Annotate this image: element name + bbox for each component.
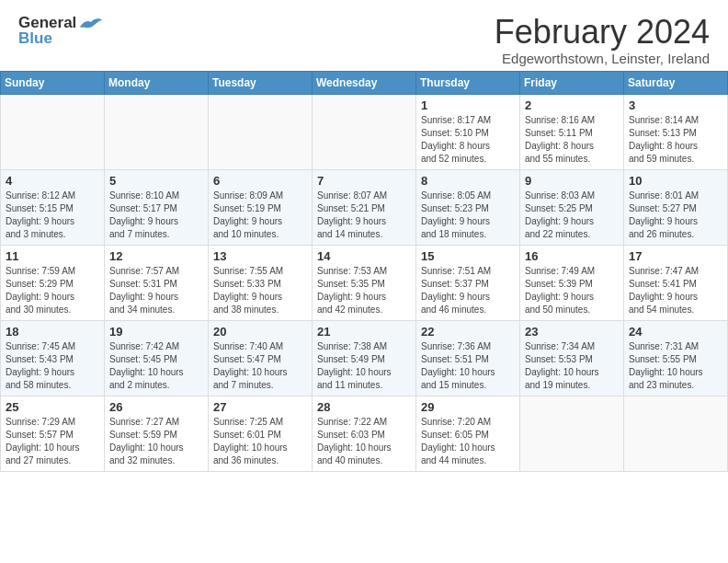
day-info: Sunrise: 7:45 AM Sunset: 5:43 PM Dayligh…: [6, 340, 99, 392]
day-info: Sunrise: 8:10 AM Sunset: 5:17 PM Dayligh…: [109, 190, 203, 241]
day-number: 21: [317, 325, 411, 339]
day-info: Sunrise: 7:20 AM Sunset: 6:05 PM Dayligh…: [421, 416, 515, 467]
day-number: 23: [525, 325, 619, 339]
calendar-day-cell: 16Sunrise: 7:49 AM Sunset: 5:39 PM Dayli…: [520, 245, 624, 320]
location-subtitle: Edgeworthstown, Leinster, Ireland: [495, 51, 710, 66]
day-number: 9: [525, 174, 619, 188]
day-number: 6: [213, 174, 307, 188]
day-number: 19: [109, 325, 203, 339]
calendar-day-cell: 1Sunrise: 8:17 AM Sunset: 5:10 PM Daylig…: [416, 94, 520, 169]
day-number: 25: [6, 400, 99, 414]
day-number: 13: [213, 249, 307, 263]
calendar-day-cell: [105, 94, 209, 169]
day-number: 18: [6, 325, 99, 339]
calendar-day-cell: [1, 94, 105, 169]
day-info: Sunrise: 7:51 AM Sunset: 5:37 PM Dayligh…: [421, 265, 515, 316]
day-info: Sunrise: 8:17 AM Sunset: 5:10 PM Dayligh…: [421, 114, 515, 166]
calendar-day-cell: 15Sunrise: 7:51 AM Sunset: 5:37 PM Dayli…: [416, 245, 520, 320]
day-number: 26: [109, 400, 203, 414]
day-number: 14: [317, 249, 411, 263]
title-block: February 2024 Edgeworthstown, Leinster, …: [495, 14, 710, 66]
day-number: 3: [629, 98, 722, 112]
day-info: Sunrise: 7:36 AM Sunset: 5:51 PM Dayligh…: [421, 340, 515, 392]
calendar-day-cell: 28Sunrise: 7:22 AM Sunset: 6:03 PM Dayli…: [313, 396, 416, 471]
day-info: Sunrise: 7:57 AM Sunset: 5:31 PM Dayligh…: [109, 265, 203, 316]
logo-blue-text: Blue: [18, 29, 52, 48]
calendar-day-cell: 4Sunrise: 8:12 AM Sunset: 5:15 PM Daylig…: [1, 169, 105, 245]
calendar-week-row: 4Sunrise: 8:12 AM Sunset: 5:15 PM Daylig…: [1, 169, 728, 245]
calendar-day-cell: 7Sunrise: 8:07 AM Sunset: 5:21 PM Daylig…: [313, 169, 416, 245]
day-info: Sunrise: 7:47 AM Sunset: 5:41 PM Dayligh…: [629, 265, 722, 316]
day-number: 17: [629, 249, 722, 263]
calendar-week-row: 11Sunrise: 7:59 AM Sunset: 5:29 PM Dayli…: [1, 245, 728, 320]
day-info: Sunrise: 8:16 AM Sunset: 5:11 PM Dayligh…: [525, 114, 619, 166]
day-number: 2: [525, 98, 619, 112]
day-number: 29: [421, 400, 515, 414]
day-info: Sunrise: 7:27 AM Sunset: 5:59 PM Dayligh…: [109, 416, 203, 467]
day-info: Sunrise: 7:31 AM Sunset: 5:55 PM Dayligh…: [629, 340, 722, 392]
calendar-day-cell: 17Sunrise: 7:47 AM Sunset: 5:41 PM Dayli…: [624, 245, 728, 320]
calendar-day-cell: 10Sunrise: 8:01 AM Sunset: 5:27 PM Dayli…: [624, 169, 728, 245]
calendar-day-cell: 23Sunrise: 7:34 AM Sunset: 5:53 PM Dayli…: [520, 320, 624, 396]
day-number: 27: [213, 400, 307, 414]
day-number: 5: [109, 174, 203, 188]
day-of-week-header: Tuesday: [209, 71, 313, 94]
calendar-day-cell: 11Sunrise: 7:59 AM Sunset: 5:29 PM Dayli…: [1, 245, 105, 320]
calendar-day-cell: 26Sunrise: 7:27 AM Sunset: 5:59 PM Dayli…: [105, 396, 209, 471]
calendar-day-cell: 9Sunrise: 8:03 AM Sunset: 5:25 PM Daylig…: [520, 169, 624, 245]
day-info: Sunrise: 7:53 AM Sunset: 5:35 PM Dayligh…: [317, 265, 411, 316]
calendar-week-row: 18Sunrise: 7:45 AM Sunset: 5:43 PM Dayli…: [1, 320, 728, 396]
day-info: Sunrise: 8:12 AM Sunset: 5:15 PM Dayligh…: [6, 190, 99, 241]
calendar-day-cell: 21Sunrise: 7:38 AM Sunset: 5:49 PM Dayli…: [313, 320, 416, 396]
calendar-day-cell: [624, 396, 728, 471]
day-info: Sunrise: 7:59 AM Sunset: 5:29 PM Dayligh…: [6, 265, 99, 316]
day-info: Sunrise: 8:09 AM Sunset: 5:19 PM Dayligh…: [213, 190, 307, 241]
calendar-day-cell: 18Sunrise: 7:45 AM Sunset: 5:43 PM Dayli…: [1, 320, 105, 396]
calendar-day-cell: 19Sunrise: 7:42 AM Sunset: 5:45 PM Dayli…: [105, 320, 209, 396]
day-of-week-header: Saturday: [624, 71, 728, 94]
calendar-day-cell: 2Sunrise: 8:16 AM Sunset: 5:11 PM Daylig…: [520, 94, 624, 169]
day-number: 24: [629, 325, 722, 339]
day-number: 10: [629, 174, 722, 188]
day-of-week-header: Friday: [520, 71, 624, 94]
day-info: Sunrise: 8:14 AM Sunset: 5:13 PM Dayligh…: [629, 114, 722, 166]
calendar-day-cell: 3Sunrise: 8:14 AM Sunset: 5:13 PM Daylig…: [624, 94, 728, 169]
day-number: 15: [421, 249, 515, 263]
calendar-day-cell: 29Sunrise: 7:20 AM Sunset: 6:05 PM Dayli…: [416, 396, 520, 471]
day-number: 16: [525, 249, 619, 263]
day-number: 11: [6, 249, 99, 263]
day-info: Sunrise: 8:07 AM Sunset: 5:21 PM Dayligh…: [317, 190, 411, 241]
day-number: 1: [421, 98, 515, 112]
calendar-day-cell: [520, 396, 624, 471]
calendar-day-cell: 5Sunrise: 8:10 AM Sunset: 5:17 PM Daylig…: [105, 169, 209, 245]
page-header: General Blue February 2024 Edgeworthstow…: [0, 0, 728, 71]
calendar-day-cell: 13Sunrise: 7:55 AM Sunset: 5:33 PM Dayli…: [209, 245, 313, 320]
calendar-day-cell: 6Sunrise: 8:09 AM Sunset: 5:19 PM Daylig…: [209, 169, 313, 245]
day-info: Sunrise: 7:49 AM Sunset: 5:39 PM Dayligh…: [525, 265, 619, 316]
day-of-week-header: Thursday: [416, 71, 520, 94]
day-info: Sunrise: 7:29 AM Sunset: 5:57 PM Dayligh…: [6, 416, 99, 467]
calendar-table: SundayMondayTuesdayWednesdayThursdayFrid…: [0, 71, 728, 472]
day-number: 22: [421, 325, 515, 339]
calendar-week-row: 1Sunrise: 8:17 AM Sunset: 5:10 PM Daylig…: [1, 94, 728, 169]
day-of-week-header: Sunday: [1, 71, 105, 94]
calendar-day-cell: [313, 94, 416, 169]
day-info: Sunrise: 8:01 AM Sunset: 5:27 PM Dayligh…: [629, 190, 722, 241]
calendar-day-cell: 27Sunrise: 7:25 AM Sunset: 6:01 PM Dayli…: [209, 396, 313, 471]
day-number: 8: [421, 174, 515, 188]
day-info: Sunrise: 8:05 AM Sunset: 5:23 PM Dayligh…: [421, 190, 515, 241]
day-of-week-header: Monday: [105, 71, 209, 94]
calendar-day-cell: 8Sunrise: 8:05 AM Sunset: 5:23 PM Daylig…: [416, 169, 520, 245]
calendar-day-cell: 22Sunrise: 7:36 AM Sunset: 5:51 PM Dayli…: [416, 320, 520, 396]
day-number: 28: [317, 400, 411, 414]
calendar-header-row: SundayMondayTuesdayWednesdayThursdayFrid…: [1, 71, 728, 94]
logo: General Blue: [18, 14, 104, 48]
day-info: Sunrise: 7:55 AM Sunset: 5:33 PM Dayligh…: [213, 265, 307, 316]
day-info: Sunrise: 8:03 AM Sunset: 5:25 PM Dayligh…: [525, 190, 619, 241]
day-info: Sunrise: 7:42 AM Sunset: 5:45 PM Dayligh…: [109, 340, 203, 392]
day-info: Sunrise: 7:40 AM Sunset: 5:47 PM Dayligh…: [213, 340, 307, 392]
calendar-week-row: 25Sunrise: 7:29 AM Sunset: 5:57 PM Dayli…: [1, 396, 728, 471]
day-of-week-header: Wednesday: [313, 71, 416, 94]
day-info: Sunrise: 7:22 AM Sunset: 6:03 PM Dayligh…: [317, 416, 411, 467]
calendar-day-cell: 12Sunrise: 7:57 AM Sunset: 5:31 PM Dayli…: [105, 245, 209, 320]
